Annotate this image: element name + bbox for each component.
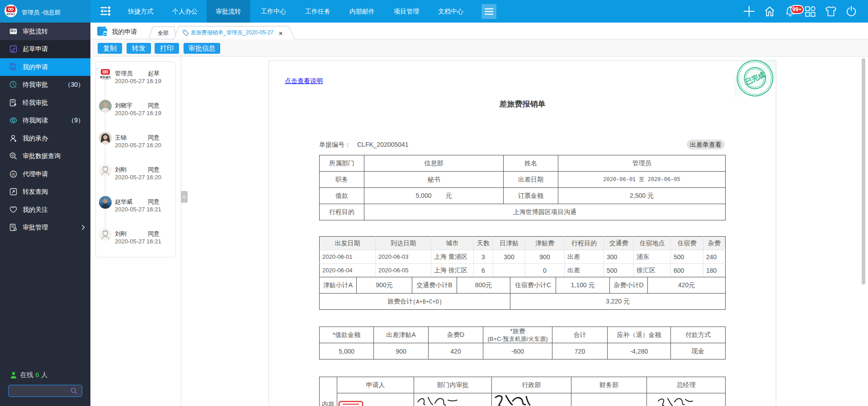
svg-text:华天动力: 华天动力: [99, 75, 111, 79]
svg-text:"POWER": "POWER": [102, 79, 109, 80]
svg-text:全部: 全部: [158, 30, 169, 36]
svg-text:华天动力: 华天动力: [6, 13, 15, 15]
svg-text:代: 代: [11, 172, 15, 176]
